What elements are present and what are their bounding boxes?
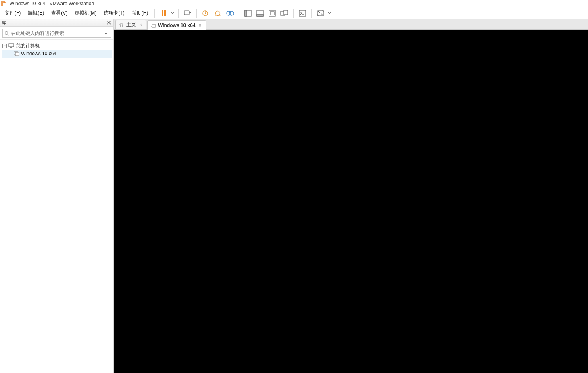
toolbar-separator — [311, 9, 312, 18]
close-library-button[interactable] — [106, 20, 112, 26]
toolbar-separator — [178, 9, 179, 18]
monitor-icon — [8, 43, 14, 48]
tree-item-label: Windows 10 x64 — [21, 51, 56, 56]
fullscreen-button[interactable] — [315, 8, 326, 19]
svg-rect-1 — [2, 3, 6, 6]
library-tree: − 我的计算机 Windows 10 x64 — [0, 40, 113, 59]
svg-rect-3 — [164, 10, 166, 16]
tab-label: 主页 — [126, 21, 136, 28]
content-area: 库 ▼ − — [0, 19, 588, 373]
toolbar-separator — [154, 9, 155, 18]
send-ctrl-alt-del-button[interactable] — [182, 8, 193, 19]
library-search-wrap: ▼ — [0, 27, 113, 40]
toolbar-separator — [239, 9, 239, 18]
tab-close-button[interactable]: × — [138, 22, 143, 28]
svg-rect-15 — [270, 12, 274, 15]
tab-home[interactable]: 主页 × — [115, 20, 146, 29]
toolbar-separator — [293, 9, 294, 18]
manage-snapshot-button[interactable] — [224, 8, 236, 19]
library-header: 库 — [0, 19, 113, 27]
toolbar-separator — [196, 9, 197, 18]
menu-vm[interactable]: 虚拟机(M) — [71, 8, 100, 18]
sidebar-toggle-icon — [244, 10, 252, 17]
library-search[interactable]: ▼ — [2, 29, 111, 38]
thumbnail-bar-icon — [256, 10, 264, 17]
menu-tabs[interactable]: 选项卡(T) — [100, 8, 127, 18]
pause-button[interactable] — [158, 8, 169, 19]
vm-icon — [14, 51, 19, 56]
fullscreen-dropdown[interactable] — [327, 12, 332, 14]
power-dropdown[interactable] — [170, 12, 175, 14]
svg-rect-7 — [215, 15, 221, 16]
svg-rect-17 — [284, 10, 288, 15]
search-dropdown[interactable]: ▼ — [103, 31, 109, 36]
toggle-sidebar-button[interactable] — [242, 8, 254, 19]
tree-root-label: 我的计算机 — [16, 42, 40, 49]
manage-snapshot-icon — [226, 10, 234, 17]
snapshot-icon — [202, 10, 209, 17]
revert-snapshot-icon — [214, 10, 221, 17]
toggle-thumbnail-button[interactable] — [254, 8, 266, 19]
svg-line-22 — [8, 34, 9, 35]
svg-rect-13 — [257, 14, 263, 16]
menu-help[interactable]: 帮助(H) — [129, 8, 152, 18]
svg-rect-18 — [299, 10, 306, 16]
tab-label: Windows 10 x64 — [158, 23, 196, 28]
keyboard-send-icon — [184, 10, 191, 17]
fullscreen-icon — [317, 10, 324, 17]
home-icon — [119, 23, 124, 27]
multi-window-icon — [280, 10, 288, 17]
multiple-monitors-button[interactable] — [279, 8, 290, 19]
chevron-down-icon — [171, 12, 174, 14]
tabstrip: 主页 × Windows 10 x64 × — [114, 19, 588, 30]
menu-view[interactable]: 查看(V) — [48, 8, 71, 18]
library-search-input[interactable] — [9, 31, 103, 36]
svg-point-21 — [5, 32, 8, 35]
menu-file[interactable]: 文件(F) — [2, 8, 24, 18]
svg-rect-26 — [15, 52, 19, 56]
svg-rect-11 — [245, 10, 247, 16]
window-title: Windows 10 x64 - VMware Workstation — [10, 1, 94, 6]
vm-viewport[interactable] — [114, 30, 588, 373]
app-icon — [1, 1, 6, 6]
console-view-button[interactable] — [297, 8, 308, 19]
single-window-icon — [269, 10, 276, 17]
quick-switch-icon — [299, 10, 306, 17]
close-icon — [107, 21, 111, 25]
library-title: 库 — [2, 19, 6, 26]
tab-close-button[interactable]: × — [198, 23, 202, 28]
svg-rect-2 — [162, 10, 163, 16]
stretch-guest-button[interactable] — [267, 8, 278, 19]
svg-point-9 — [229, 11, 234, 15]
library-sidebar: 库 ▼ − — [0, 19, 114, 373]
svg-rect-4 — [184, 11, 189, 15]
svg-rect-28 — [152, 24, 155, 27]
main-area: 主页 × Windows 10 x64 × — [114, 19, 588, 373]
search-icon — [4, 31, 9, 36]
take-snapshot-button[interactable] — [200, 8, 211, 19]
tree-item-windows10[interactable]: Windows 10 x64 — [2, 50, 112, 58]
chevron-down-icon — [328, 12, 331, 14]
revert-snapshot-button[interactable] — [212, 8, 223, 19]
pause-icon — [161, 10, 167, 17]
menubar: 文件(F) 编辑(E) 查看(V) 虚拟机(M) 选项卡(T) 帮助(H) — [0, 7, 588, 19]
titlebar: Windows 10 x64 - VMware Workstation — [0, 0, 588, 7]
tree-collapse-toggle[interactable]: − — [2, 44, 7, 48]
menu-edit[interactable]: 编辑(E) — [25, 8, 47, 18]
tab-windows10[interactable]: Windows 10 x64 × — [147, 20, 206, 30]
svg-rect-23 — [9, 44, 14, 47]
vm-icon — [151, 23, 156, 28]
tree-root-my-computer[interactable]: − 我的计算机 — [2, 41, 112, 50]
